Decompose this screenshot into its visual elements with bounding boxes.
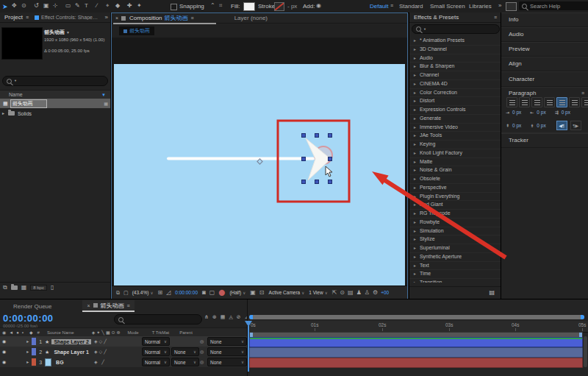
panel-header-tracker[interactable]: Tracker <box>501 132 588 148</box>
trkmat-column[interactable]: T TrkMat <box>152 330 170 335</box>
effects-category[interactable]: ►Time <box>409 270 501 279</box>
share-view-icon[interactable]: ⇱ <box>332 290 337 296</box>
expand-icon[interactable]: ► <box>413 201 417 209</box>
expand-icon[interactable]: ► <box>413 115 417 123</box>
tab-effect-controls[interactable]: Effect Controls: Shape Layer 2 <box>41 15 98 20</box>
search-options-icon[interactable]: ▼ <box>14 79 17 82</box>
parent-pickwhip-icon[interactable]: ◎ <box>200 350 204 354</box>
text-direction-ltr-button[interactable]: ◀¶ <box>556 121 567 130</box>
expand-icon[interactable]: ► <box>413 235 417 244</box>
expand-icon[interactable]: ► <box>413 46 417 54</box>
close-tab-icon[interactable]: × <box>115 15 118 21</box>
expand-icon[interactable]: ► <box>413 227 417 235</box>
layer-row-2[interactable]: ◉ ► 2 ★ Shape Layer 1 ◈◇╱ Normal∨ None∨ … <box>0 347 247 358</box>
layer-switches-icons[interactable]: ◈ ╱ <box>94 360 106 364</box>
snap-along-edges-icon[interactable]: ⌃ <box>210 3 215 9</box>
tool-camera-icon[interactable]: ▣ <box>43 3 49 9</box>
exposure-value[interactable]: +00 <box>381 290 389 295</box>
timeline-pan-scrollbar[interactable] <box>249 315 584 319</box>
tool-pan-behind-icon[interactable]: ⊹ <box>53 3 58 9</box>
effects-category[interactable]: ►3D Channel <box>409 46 501 54</box>
show-snapshot-icon[interactable]: ▢ <box>209 290 215 296</box>
layer-name[interactable]: BG <box>54 360 66 365</box>
tool-clone-stamp-icon[interactable]: ⌖ <box>106 3 110 9</box>
close-tab-icon[interactable]: × <box>87 303 90 308</box>
source-name-column[interactable]: Source Name <box>47 330 74 335</box>
comp-name-dropdown-icon[interactable]: ▼ <box>66 30 70 35</box>
expand-icon[interactable]: ► <box>413 279 417 283</box>
layer-duration-bar-1[interactable] <box>249 337 583 347</box>
parent-pickwhip-icon[interactable]: ◎ <box>200 339 204 344</box>
layer-mode-dropdown[interactable]: Normal∨ <box>142 337 170 346</box>
tool-eraser-icon[interactable]: ◆ <box>115 3 120 9</box>
expand-icon[interactable]: ► <box>413 132 417 140</box>
justify-last-right-button[interactable] <box>569 97 580 107</box>
stroke-width-value[interactable]: - px <box>287 3 297 10</box>
expand-icon[interactable]: ► <box>413 193 417 201</box>
effects-category[interactable]: ►CINEMA 4D <box>409 80 501 89</box>
comp-viewport[interactable] <box>112 38 407 285</box>
composition-menu-icon[interactable]: ≡ <box>191 15 194 21</box>
zoom-level-dropdown[interactable]: (43.4%) <box>132 290 149 295</box>
layer-row-1[interactable]: ◉ ► 1 ★ Shape Layer 2 ◈◇╱ Normal∨ ◎ None… <box>0 336 247 347</box>
layer-trkmat-dropdown[interactable]: None∨ <box>171 347 199 356</box>
expand-icon[interactable]: ► <box>413 149 417 157</box>
transparency-grid-icon[interactable]: ⊡ <box>259 290 265 296</box>
timeline-timecode[interactable]: 0:00:00:00 <box>3 313 54 324</box>
project-comp-name[interactable]: 箭头动画 ▼ <box>44 29 70 36</box>
expand-layer-icon[interactable]: ► <box>26 340 29 344</box>
effects-category[interactable]: ►* Animation Presets <box>409 37 501 46</box>
effects-category[interactable]: ►Stylize <box>409 235 501 244</box>
mode-column[interactable]: Mode <box>128 330 139 335</box>
layer-duration-bar-3[interactable] <box>249 358 583 368</box>
expand-icon[interactable]: ► <box>413 262 417 270</box>
expand-icon[interactable]: ► <box>413 270 417 278</box>
grid-options-icon[interactable]: ⊞ <box>157 290 162 296</box>
workspace-overflow-icon[interactable]: » <box>498 3 501 9</box>
expand-icon[interactable]: ► <box>413 253 417 261</box>
effects-category[interactable]: ►Noise & Grain <box>409 166 501 175</box>
expand-icon[interactable]: ► <box>413 244 417 252</box>
tool-brush-icon[interactable]: ∕ <box>96 3 97 9</box>
justify-last-left-button[interactable] <box>544 97 555 107</box>
sort-triangle-icon[interactable]: ▼ <box>101 93 106 97</box>
workspace-tab-standard[interactable]: Standard <box>399 3 423 10</box>
expand-icon[interactable]: ► <box>413 124 417 132</box>
eye-icon[interactable]: ◉ <box>2 350 6 354</box>
effects-category[interactable]: ►Keying <box>409 141 501 149</box>
project-bpc-button[interactable]: 8 bpc <box>30 285 47 291</box>
effects-category[interactable]: ►Color Correction <box>409 89 501 98</box>
frame-blending-icon[interactable]: ◬ <box>229 314 232 319</box>
timeline-search-box[interactable] <box>114 314 202 324</box>
composition-mini-flowchart-icon[interactable]: ⋔ <box>204 314 209 319</box>
new-composition-icon[interactable]: ▦ <box>21 285 27 291</box>
expand-layer-icon[interactable]: ► <box>26 350 29 354</box>
new-animation-preset-icon[interactable]: ▤ <box>489 290 495 296</box>
tab-layer[interactable]: Layer (none) <box>234 15 268 21</box>
show-channels-icon[interactable]: ⬤ <box>218 290 225 296</box>
view-layout-dropdown[interactable]: 1 View <box>309 290 323 295</box>
effects-category[interactable]: ►Matte <box>409 158 501 167</box>
effects-category[interactable]: ►Synthetic Aperture <box>409 253 501 262</box>
always-preview-icon[interactable]: ⧉ <box>116 290 120 295</box>
timeline-ruler[interactable]: 0s 01s 02s 03s 04s 05s <box>248 321 588 333</box>
layer-duration-bar-2[interactable] <box>249 347 583 358</box>
expand-icon[interactable]: ► <box>413 210 417 218</box>
flowchart-icon[interactable]: ♙ <box>365 290 370 296</box>
effects-category[interactable]: ►Audio <box>409 54 501 63</box>
tool-rotate-icon[interactable]: ↺ <box>34 3 39 9</box>
effects-category[interactable]: ►Obsolete <box>409 175 501 184</box>
exposure-reset-icon[interactable]: ⚙ <box>373 290 378 296</box>
expand-icon[interactable]: ► <box>413 89 417 97</box>
paragraph-menu-icon[interactable]: ≡ <box>581 91 584 96</box>
effects-search-box[interactable]: ▼ <box>412 24 500 34</box>
workspace-menu-icon[interactable]: ≡ <box>390 3 393 8</box>
playhead[interactable] <box>245 321 252 372</box>
tool-pen-icon[interactable]: ✎ <box>75 3 80 9</box>
expand-icon[interactable]: ► <box>413 184 417 192</box>
effects-category[interactable]: ►Expression Controls <box>409 106 501 115</box>
tab-composition-label[interactable]: Composition <box>129 15 162 21</box>
indent-left-value[interactable]: 0 px <box>512 110 521 115</box>
expand-icon[interactable]: ► <box>413 141 417 149</box>
layer-name[interactable]: Shape Layer 1 <box>51 350 90 355</box>
